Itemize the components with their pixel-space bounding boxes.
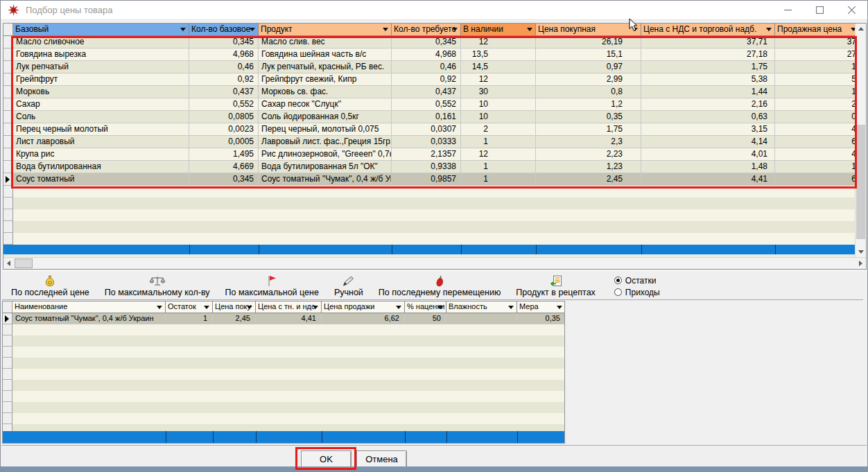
toolbar-button-2[interactable]: По максимальной цене xyxy=(218,272,327,297)
table-row[interactable]: Морковь0,437Морковь св. фас.0,437300,81,… xyxy=(3,86,855,98)
cell: 0,552 xyxy=(392,98,461,111)
toolbar-button-4[interactable]: По последнему перемещению xyxy=(371,272,508,297)
table-row[interactable]: Крупа рис1,495Рис длинозерновой, "Greeen… xyxy=(3,148,855,161)
filter-dropdown-icon[interactable] xyxy=(157,306,162,309)
cell: Перец черный, молотый 0,075 xyxy=(259,123,392,136)
grid-corner-cell xyxy=(3,301,12,313)
horizontal-scrollbar[interactable] xyxy=(3,257,866,269)
vertical-scroll-thumb[interactable] xyxy=(856,125,865,239)
top-products-grid: БазовыйКол-во базовоеПродуктКол-во требу… xyxy=(3,23,867,270)
cell: 0,345 xyxy=(189,36,259,49)
filter-dropdown-icon[interactable] xyxy=(508,306,514,309)
table-row[interactable]: Соль0,0805Соль йодированная 0,5кг0,16110… xyxy=(3,111,855,123)
table-row[interactable]: Соус томатный "Чумак", 0,4 ж/б Украин12,… xyxy=(3,313,564,324)
cell: 0,35 xyxy=(536,111,641,123)
empty-row xyxy=(3,335,564,347)
column-header-5[interactable]: % наценки xyxy=(405,301,446,313)
cell: 0,97 xyxy=(536,61,641,73)
filter-dropdown-icon[interactable] xyxy=(383,28,388,31)
toolbar-button-1[interactable]: По максимальному кол-ву xyxy=(97,272,218,297)
column-header-7[interactable]: Продажная цена xyxy=(775,24,860,36)
column-header-3[interactable]: Цена с тн. и ндс xyxy=(256,301,322,313)
scroll-up-button[interactable] xyxy=(856,24,866,34)
filter-dropdown-icon[interactable] xyxy=(557,306,562,309)
column-header-3[interactable]: Кол-во требуетс xyxy=(392,24,461,36)
radio-button-icon[interactable] xyxy=(614,277,622,284)
table-row[interactable]: Сахар0,552Сахар песок "Слуцк"0,552101,22… xyxy=(3,98,855,111)
filter-dropdown-icon[interactable] xyxy=(452,28,458,31)
minimize-button[interactable] xyxy=(772,1,804,19)
column-header-0[interactable]: Базовый xyxy=(13,24,189,36)
filter-dropdown-icon[interactable] xyxy=(180,28,186,31)
vertical-scrollbar[interactable] xyxy=(855,24,866,257)
column-header-5[interactable]: Цена покупная xyxy=(536,24,641,36)
column-header-0[interactable]: Наименование xyxy=(12,301,166,313)
column-header-4[interactable]: Цена продажи xyxy=(322,301,405,313)
grid-corner-cell xyxy=(3,24,13,36)
column-header-7[interactable]: Мера xyxy=(517,301,565,313)
maximize-button[interactable] xyxy=(804,1,835,19)
column-header-2[interactable]: Цена поку xyxy=(213,301,256,313)
filter-dropdown-icon[interactable] xyxy=(766,28,772,31)
column-header-4[interactable]: В наличии xyxy=(461,24,536,36)
cell: 0,552 xyxy=(189,98,259,111)
cell: Лук репчатый, красный, РБ вес. xyxy=(259,61,392,73)
window-title: Подбор цены товара xyxy=(26,5,113,15)
table-row[interactable]: Грейпфрут0,92Грейпфрут свежий, Кипр0,921… xyxy=(3,73,855,86)
row-marker-cell xyxy=(3,358,12,369)
cell: 0,63 xyxy=(641,111,775,123)
empty-row xyxy=(3,198,855,209)
empty-row xyxy=(3,209,855,221)
table-row[interactable]: Вода бутилированная4,669Вода бутилирован… xyxy=(3,161,855,173)
cell: 12 xyxy=(461,148,536,161)
cell: 0,0333 xyxy=(392,136,461,148)
row-marker-cell xyxy=(3,391,12,402)
filter-dropdown-icon[interactable] xyxy=(396,306,401,309)
column-header-6[interactable]: Цена с НДС и торговой надб. xyxy=(641,24,775,36)
row-marker-cell xyxy=(3,36,13,49)
radio-option-0[interactable]: Остатки xyxy=(614,274,660,286)
scroll-left-button[interactable] xyxy=(3,258,14,269)
filter-dropdown-icon[interactable] xyxy=(632,28,638,31)
row-marker-cell xyxy=(3,148,13,161)
toolbar-button-5[interactable]: Продукт в рецептах xyxy=(508,272,603,297)
cell: 4,669 xyxy=(189,161,259,173)
scroll-right-button[interactable] xyxy=(856,258,866,269)
radio-option-1[interactable]: Приходы xyxy=(614,286,660,298)
radio-button-icon[interactable] xyxy=(614,288,622,296)
table-row[interactable]: Перец черный молотый0,0023Перец черный, … xyxy=(3,123,855,136)
column-header-1[interactable]: Кол-во базовое xyxy=(189,24,259,36)
cell: 0,46 xyxy=(392,61,461,73)
table-row[interactable]: Соус томатный0,345Соус томатный "Чумак",… xyxy=(3,173,855,186)
table-row[interactable]: Лук репчатый0,46Лук репчатый, красный, Р… xyxy=(3,61,855,73)
close-button[interactable] xyxy=(835,1,867,19)
empty-row xyxy=(3,221,855,233)
empty-row xyxy=(3,324,564,335)
cell: 5,38 xyxy=(641,73,775,86)
table-row[interactable]: Говядина вырезка4,968Говядина шейная час… xyxy=(3,49,855,61)
table-row[interactable]: Лист лавровый0,0005Лавровый лист. фас.,Г… xyxy=(3,136,855,148)
cell: Морковь xyxy=(13,86,189,98)
toolbar-button-0[interactable]: По последней цене xyxy=(3,272,97,297)
row-marker-cell xyxy=(3,209,13,221)
filter-dropdown-icon[interactable] xyxy=(527,28,532,31)
filter-dropdown-icon[interactable] xyxy=(437,306,443,309)
red-starburst-icon xyxy=(8,4,19,16)
filter-dropdown-icon[interactable] xyxy=(247,306,252,309)
column-header-2[interactable]: Продукт xyxy=(259,24,392,36)
cell: 37,71 xyxy=(641,36,775,49)
column-header-6[interactable]: Влажность xyxy=(446,301,517,313)
horizontal-scroll-thumb[interactable] xyxy=(15,259,33,268)
cell: 15,1 xyxy=(536,49,641,61)
toolbar-button-3[interactable]: Ручной xyxy=(327,272,371,297)
cell: 1,75 xyxy=(536,123,641,136)
filter-dropdown-icon[interactable] xyxy=(204,306,209,309)
cell: Соль xyxy=(13,111,189,123)
cell: 4,01 xyxy=(641,148,775,161)
filter-dropdown-icon[interactable] xyxy=(250,28,255,31)
column-header-1[interactable]: Остаток xyxy=(166,301,213,313)
table-row[interactable]: Масло сливочное0,345Масло слив. вес0,345… xyxy=(3,36,855,49)
filter-dropdown-icon[interactable] xyxy=(313,306,318,309)
scroll-down-button[interactable] xyxy=(856,247,866,257)
row-marker-cell xyxy=(3,380,12,391)
